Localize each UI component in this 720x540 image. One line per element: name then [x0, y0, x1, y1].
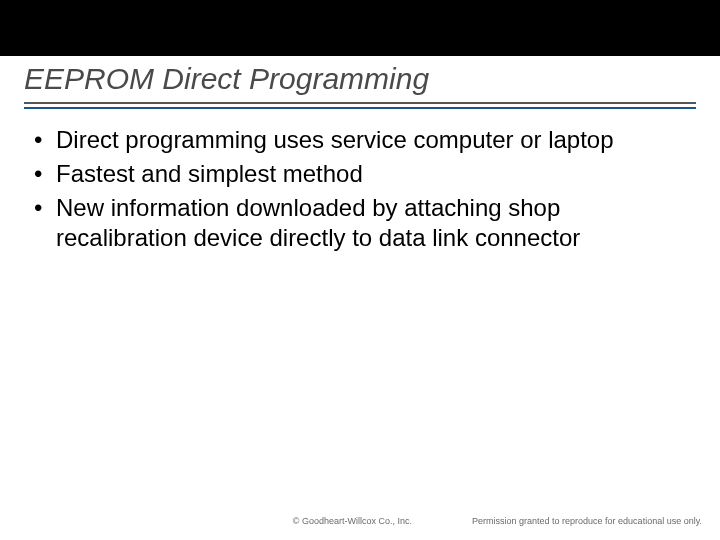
footer-permission: Permission granted to reproduce for educ… [472, 516, 702, 526]
bullet-item: New information downloaded by attaching … [28, 193, 692, 253]
title-block: EEPROM Direct Programming [0, 56, 720, 109]
slide: EEPROM Direct Programming Direct program… [0, 0, 720, 540]
rule-dark [24, 102, 696, 104]
footer: © Goodheart-Willcox Co., Inc. Permission… [0, 516, 720, 540]
bullet-list: Direct programming uses service computer… [28, 125, 692, 253]
top-bar [0, 0, 720, 56]
footer-copyright: © Goodheart-Willcox Co., Inc. [293, 516, 412, 526]
content-area: Direct programming uses service computer… [0, 109, 720, 516]
bullet-item: Fastest and simplest method [28, 159, 692, 189]
bullet-item: Direct programming uses service computer… [28, 125, 692, 155]
slide-title: EEPROM Direct Programming [24, 62, 696, 96]
